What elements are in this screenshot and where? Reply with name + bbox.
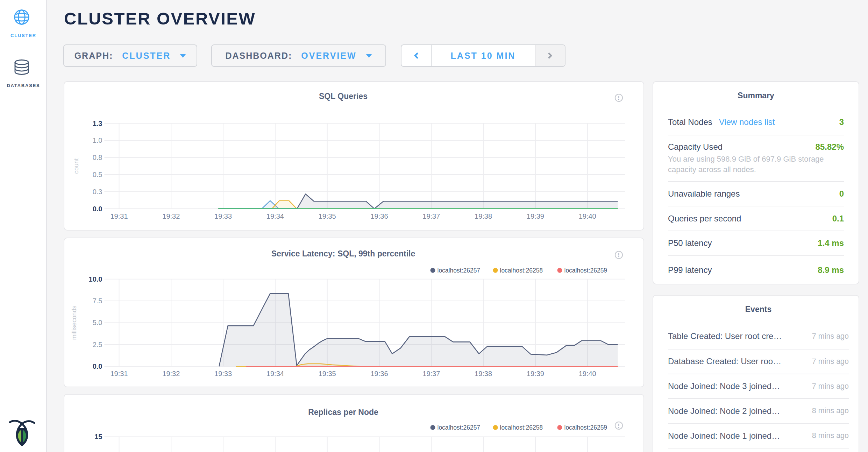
svg-text:2.5: 2.5 bbox=[92, 341, 102, 348]
svg-text:15: 15 bbox=[94, 433, 102, 440]
svg-text:19:31: 19:31 bbox=[110, 369, 128, 377]
svg-text:0.0: 0.0 bbox=[92, 362, 102, 370]
svg-text:19:35: 19:35 bbox=[318, 212, 336, 220]
svg-text:milliseconds: milliseconds bbox=[71, 305, 78, 340]
svg-text:count: count bbox=[72, 158, 79, 174]
svg-text:SQL Queries: SQL Queries bbox=[319, 92, 368, 101]
svg-text:19:33: 19:33 bbox=[214, 369, 232, 377]
svg-text:19:36: 19:36 bbox=[370, 212, 388, 220]
svg-text:19:32: 19:32 bbox=[162, 212, 180, 220]
svg-text:19:38: 19:38 bbox=[475, 212, 492, 220]
svg-text:19:31: 19:31 bbox=[110, 212, 128, 220]
svg-text:localhost:26258: localhost:26258 bbox=[500, 267, 543, 274]
svg-text:19:32: 19:32 bbox=[162, 369, 180, 377]
svg-text:19:35: 19:35 bbox=[318, 369, 336, 377]
svg-text:19:34: 19:34 bbox=[266, 212, 284, 220]
svg-text:localhost:26259: localhost:26259 bbox=[564, 424, 607, 431]
svg-text:0.0: 0.0 bbox=[92, 205, 102, 213]
svg-text:Service Latency: SQL, 99th per: Service Latency: SQL, 99th percentile bbox=[271, 249, 415, 258]
svg-text:5.0: 5.0 bbox=[92, 319, 102, 326]
svg-text:19:39: 19:39 bbox=[526, 212, 544, 220]
svg-text:19:40: 19:40 bbox=[578, 212, 596, 220]
svg-text:localhost:26257: localhost:26257 bbox=[437, 267, 480, 274]
svg-text:0.8: 0.8 bbox=[92, 154, 102, 162]
svg-text:19:39: 19:39 bbox=[526, 369, 544, 377]
svg-text:0.3: 0.3 bbox=[92, 188, 102, 196]
svg-text:10.0: 10.0 bbox=[88, 275, 102, 283]
svg-text:localhost:26258: localhost:26258 bbox=[500, 424, 543, 431]
svg-text:19:40: 19:40 bbox=[578, 369, 596, 377]
svg-text:localhost:26257: localhost:26257 bbox=[437, 424, 480, 431]
svg-text:7.5: 7.5 bbox=[92, 297, 102, 305]
svg-text:19:37: 19:37 bbox=[422, 212, 440, 220]
svg-text:19:37: 19:37 bbox=[422, 369, 440, 377]
svg-text:localhost:26259: localhost:26259 bbox=[564, 267, 607, 274]
svg-text:0.5: 0.5 bbox=[92, 171, 102, 178]
svg-text:19:36: 19:36 bbox=[370, 369, 388, 377]
svg-text:19:33: 19:33 bbox=[214, 212, 232, 220]
svg-text:1.0: 1.0 bbox=[92, 137, 102, 144]
svg-text:19:38: 19:38 bbox=[475, 369, 492, 377]
svg-text:Replicas per Node: Replicas per Node bbox=[308, 407, 378, 416]
svg-text:1.3: 1.3 bbox=[92, 120, 102, 127]
svg-text:19:34: 19:34 bbox=[266, 369, 284, 377]
